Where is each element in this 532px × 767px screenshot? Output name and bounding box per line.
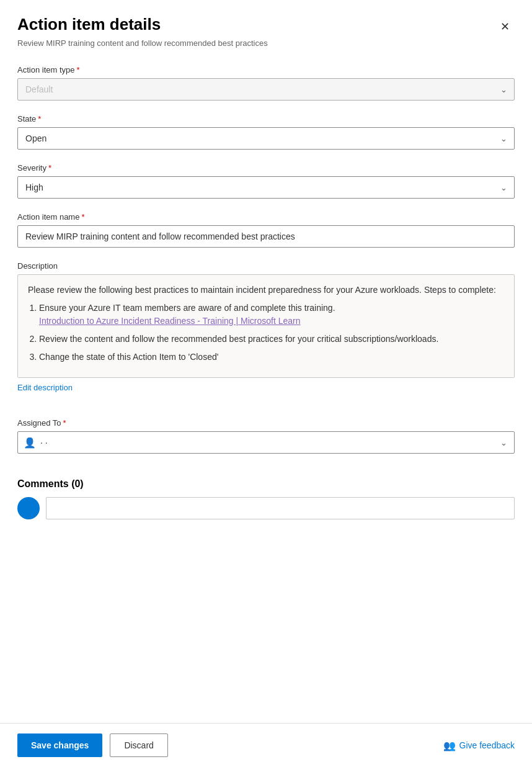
comments-title: Comments (0)	[17, 478, 515, 490]
page-title: Action item details	[17, 15, 161, 34]
assigned-to-label: Assigned To*	[17, 418, 515, 428]
save-changes-button[interactable]: Save changes	[17, 733, 102, 757]
footer-actions-left: Save changes Discard	[17, 733, 168, 757]
feedback-icon: 👥	[443, 740, 456, 751]
state-label: State*	[17, 114, 515, 123]
assigned-to-wrapper: 👤 ⌄	[17, 431, 515, 454]
action-item-type-select[interactable]: Default	[17, 78, 515, 101]
action-item-type-label: Action item type*	[17, 65, 515, 74]
description-steps: Ensure your Azure IT team members are aw…	[39, 302, 504, 364]
edit-description-link[interactable]: Edit description	[17, 383, 73, 392]
list-item: Review the content and follow the recomm…	[39, 333, 504, 346]
chevron-down-icon: ⌄	[500, 438, 507, 447]
avatar	[17, 497, 40, 519]
comment-input-row	[17, 497, 515, 519]
action-item-name-group: Action item name*	[17, 212, 515, 248]
panel-subtitle: Review MIRP training content and follow …	[17, 38, 515, 48]
assigned-to-input[interactable]	[17, 431, 515, 454]
comments-section: Comments (0)	[17, 478, 515, 519]
panel-header: Action item details ✕	[17, 15, 515, 36]
state-select[interactable]: Open Closed In Progress	[17, 127, 515, 150]
action-item-name-label: Action item name*	[17, 212, 515, 222]
description-content: Please review the following best practic…	[17, 274, 515, 378]
list-item: Ensure your Azure IT team members are aw…	[39, 302, 504, 328]
description-label: Description	[17, 261, 515, 271]
severity-label: Severity*	[17, 163, 515, 173]
severity-group: Severity* High Medium Low ⌄	[17, 163, 515, 199]
footer-bar: Save changes Discard 👥 Give feedback	[0, 723, 532, 767]
comment-input[interactable]	[46, 497, 515, 519]
list-item: Change the state of this Action Item to …	[39, 351, 504, 364]
action-item-type-wrapper: Default ⌄	[17, 78, 515, 101]
give-feedback-button[interactable]: 👥 Give feedback	[443, 740, 515, 751]
person-icon: 👤	[24, 437, 36, 449]
action-item-name-input[interactable]	[17, 225, 515, 248]
assigned-to-group: Assigned To* 👤 ⌄	[17, 418, 515, 454]
training-link[interactable]: Introduction to Azure Incident Readiness…	[39, 316, 301, 326]
discard-button[interactable]: Discard	[110, 733, 167, 757]
state-wrapper: Open Closed In Progress ⌄	[17, 127, 515, 150]
severity-select[interactable]: High Medium Low	[17, 176, 515, 199]
description-intro: Please review the following best practic…	[28, 284, 504, 297]
close-button[interactable]: ✕	[495, 17, 515, 36]
state-group: State* Open Closed In Progress ⌄	[17, 114, 515, 150]
description-group: Description Please review the following …	[17, 261, 515, 405]
action-item-type-group: Action item type* Default ⌄	[17, 65, 515, 101]
severity-wrapper: High Medium Low ⌄	[17, 176, 515, 199]
